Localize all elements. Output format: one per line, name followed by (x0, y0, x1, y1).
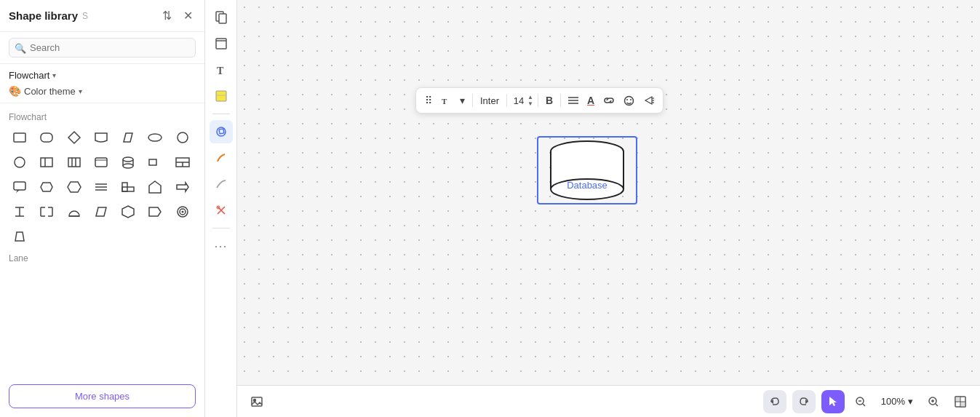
shape-diamond[interactable] (63, 127, 85, 148)
svg-point-67 (626, 99, 628, 100)
text-color-button[interactable]: A (584, 93, 597, 108)
shape-bracket[interactable] (9, 201, 31, 223)
font-size-up-button[interactable]: ▲ (527, 95, 533, 100)
text-dropdown-button[interactable]: ▾ (457, 93, 468, 108)
svg-rect-0 (14, 133, 25, 142)
text-type-button[interactable]: T (438, 94, 454, 107)
zoom-out-button[interactable] (850, 393, 871, 410)
shape-split-rect[interactable] (172, 151, 194, 173)
shape-oval[interactable] (172, 127, 194, 148)
panel-badge: S (82, 11, 88, 21)
shape-lines-horiz[interactable] (90, 176, 112, 198)
svg-rect-7 (41, 158, 52, 167)
svg-marker-31 (149, 181, 161, 193)
shape-tool-button[interactable] (210, 120, 233, 143)
palette-icon: 🎨 (9, 85, 21, 97)
bottom-right-controls: 100% ▾ (763, 390, 971, 413)
shape-trapezoid[interactable] (9, 226, 31, 247)
frame-tool-button[interactable] (210, 32, 233, 55)
image-insert-button[interactable] (246, 392, 268, 411)
shape-circle[interactable] (9, 151, 31, 173)
shape-rect-corners[interactable] (90, 151, 112, 173)
shape-rounded-rect[interactable] (36, 127, 57, 148)
toolbar-divider (212, 114, 230, 114)
svg-line-88 (936, 404, 938, 406)
color-theme-arrow-icon: ▾ (79, 87, 82, 95)
drag-handle-button[interactable]: ⠿ (422, 93, 435, 108)
svg-marker-45 (149, 207, 161, 216)
svg-marker-44 (122, 206, 134, 218)
bold-button[interactable]: B (543, 93, 556, 108)
svg-rect-90 (955, 397, 960, 402)
link-button[interactable] (600, 94, 618, 107)
bottom-left-controls (246, 392, 268, 411)
svg-point-4 (148, 134, 162, 141)
flowchart-selector[interactable]: Flowchart ▾ (9, 70, 196, 81)
shape-parallelogram[interactable] (117, 127, 139, 148)
shape-rectangle[interactable] (9, 127, 31, 148)
flowchart-arrow-icon: ▾ (52, 71, 56, 79)
shape-tag[interactable] (36, 176, 57, 198)
scissors-tool-button[interactable] (210, 199, 233, 222)
svg-point-68 (630, 99, 632, 100)
svg-rect-91 (960, 402, 965, 407)
font-size-down-button[interactable]: ▼ (527, 101, 533, 107)
svg-point-17 (123, 164, 133, 168)
toolbar-sep-1 (472, 94, 473, 107)
panel-title-area: Shape library S (9, 9, 88, 22)
shape-hexagon[interactable] (63, 176, 85, 198)
connector-tool-button[interactable] (210, 172, 233, 196)
shape-l-shape[interactable] (117, 176, 139, 198)
shape-arrow-right[interactable] (172, 176, 194, 198)
redo-button[interactable] (792, 390, 816, 413)
more-tools-button[interactable]: ··· (210, 234, 233, 258)
shape-small-parallelogram[interactable] (90, 201, 112, 223)
shape-penta[interactable] (144, 176, 166, 198)
zoom-level-display[interactable]: 100% ▾ (877, 393, 917, 410)
database-label: Database (539, 180, 635, 191)
svg-rect-77 (252, 397, 262, 406)
shape-notched-rect[interactable] (144, 201, 166, 223)
panel-header: Shape library S ⇅ ✕ (0, 0, 204, 32)
more-shapes-button[interactable]: More shapes (9, 384, 196, 408)
cursor-button[interactable] (821, 390, 845, 413)
emoji-button[interactable] (621, 94, 637, 108)
svg-marker-25 (68, 182, 81, 192)
shape-lines-vert[interactable] (36, 151, 57, 173)
bottom-bar: 100% ▾ (237, 385, 980, 417)
svg-rect-58 (219, 129, 224, 134)
text-tool-button[interactable]: T (210, 58, 233, 82)
undo-button[interactable] (763, 390, 786, 413)
shape-small-rect[interactable] (144, 151, 166, 173)
minimap-button[interactable] (949, 392, 971, 411)
font-size-control: 14 ▲ ▼ (511, 95, 533, 107)
shape-lines-multi[interactable] (63, 151, 85, 173)
shape-talk-bubble[interactable] (9, 176, 31, 198)
section-flowchart-label: Flowchart (9, 112, 196, 122)
database-shape-container[interactable]: Database (539, 138, 635, 202)
shape-target[interactable] (172, 201, 194, 223)
pages-tool-button[interactable] (210, 6, 233, 29)
more-format-button[interactable] (640, 94, 657, 108)
shape-hexagon2[interactable] (117, 201, 139, 223)
pen-tool-button[interactable] (210, 146, 233, 170)
section-lane-label: Lane (9, 253, 196, 263)
align-button[interactable] (565, 95, 581, 106)
svg-line-84 (863, 404, 865, 406)
svg-rect-51 (219, 14, 226, 23)
close-icon[interactable]: ✕ (180, 7, 196, 24)
shape-database-cyl[interactable] (117, 151, 139, 173)
shape-bracket2[interactable] (36, 201, 57, 223)
svg-rect-18 (149, 159, 156, 165)
shape-ellipse-wide[interactable] (144, 127, 166, 148)
font-family-selector[interactable]: Inter (477, 95, 502, 106)
shape-document[interactable] (90, 127, 112, 148)
sticky-tool-button[interactable] (210, 84, 233, 108)
shape-semicircle[interactable] (63, 201, 85, 223)
canvas[interactable]: ⠿ T ▾ Inter 14 ▲ ▼ B A (237, 0, 980, 417)
sort-icon[interactable]: ⇅ (159, 7, 175, 24)
toolbar-sep-3 (538, 94, 538, 107)
color-theme-selector[interactable]: 🎨 Color theme ▾ (9, 85, 196, 97)
search-input[interactable] (9, 38, 196, 57)
zoom-in-button[interactable] (923, 393, 944, 410)
